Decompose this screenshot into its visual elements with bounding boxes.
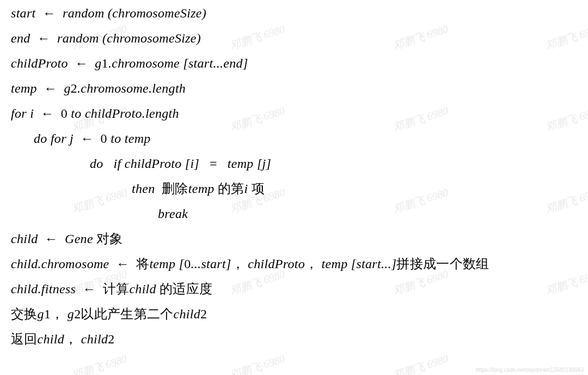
var-child: child	[129, 282, 156, 296]
num-0: 0	[101, 131, 107, 146]
open-paren: (	[108, 6, 112, 20]
code-line-7: do if childProto [i] = temp [j]	[11, 157, 577, 170]
text-return: 返回	[11, 332, 38, 346]
open-bracket: [	[257, 156, 262, 171]
close-bracket: ]	[266, 156, 272, 171]
var-g: g	[38, 307, 44, 321]
close-paren: )	[202, 6, 206, 20]
kw-do-for-j: do for j	[34, 131, 74, 146]
num-0: 0	[184, 257, 191, 271]
kw-to-length: to childProto.length	[71, 106, 179, 120]
code-line-5: for i ← 0 to childProto.length	[11, 107, 577, 120]
arg-chromosomeSize: chromosomeSize	[107, 31, 197, 45]
var-child2: child	[174, 307, 201, 321]
text-of-idx: 的第	[218, 182, 244, 196]
close-bracket: ]	[243, 56, 248, 70]
num-0: 0	[61, 106, 68, 120]
var-g: g	[68, 307, 74, 321]
range-start-end: start...end	[188, 56, 243, 70]
code-line-2: end ← random (chromosomeSize)	[11, 32, 577, 45]
assign-arrow: ←	[42, 6, 56, 20]
num-2: 2	[108, 332, 114, 346]
comma: ，	[51, 307, 64, 321]
var-child2: child	[81, 332, 108, 346]
var-temp: temp	[228, 156, 254, 171]
arg-chromosomeSize: chromosomeSize	[112, 6, 202, 20]
var-start: start	[11, 6, 36, 20]
code-line-10: child ← Gene 对象	[11, 232, 577, 245]
code-line-3: childProto ← g1.chromosome [start...end]	[11, 57, 577, 70]
assign-arrow: ←	[75, 56, 88, 70]
assign-arrow: ←	[83, 282, 96, 296]
var-g: g	[64, 81, 70, 95]
num-2: 2	[74, 307, 81, 321]
var-temp: temp	[188, 182, 215, 196]
code-line-1: start ← random (chromosomeSize)	[11, 7, 577, 20]
text-fitness: 的适应度	[160, 282, 212, 296]
range-to-start: ...start	[191, 257, 226, 271]
code-line-8: then 删除temp 的第i 项	[11, 182, 577, 195]
assign-arrow: ←	[41, 106, 54, 120]
code-line-12: child.fitness ← 计算child 的适应度	[11, 282, 577, 295]
var-child: child	[11, 232, 38, 246]
kw-then: then	[132, 182, 155, 196]
open-bracket: [	[351, 257, 357, 271]
text-concat-prefix: 将	[136, 257, 149, 271]
num-2: 2	[71, 81, 77, 95]
comma: ，	[64, 332, 77, 346]
text-concat-suffix: 拼接成一个数组	[396, 257, 489, 271]
var-temp: temp	[322, 257, 348, 271]
text-produce: 以此产生第二个	[81, 307, 173, 321]
var-j: j	[262, 156, 266, 171]
open-paren: (	[102, 31, 107, 45]
text-swap: 交换	[11, 307, 38, 321]
kw-break: break	[158, 207, 188, 221]
fn-random: random	[57, 31, 99, 45]
code-line-11: child.chromosome ← 将temp [0...start]， ch…	[11, 257, 577, 270]
var-childProto: childProto	[248, 257, 305, 271]
num-2: 2	[200, 307, 207, 321]
num-1: 1	[102, 56, 108, 70]
var-temp: temp	[149, 257, 175, 271]
kw-do: do	[90, 156, 103, 171]
prop-child-fitness: child.fitness	[11, 282, 76, 296]
assign-arrow: ←	[37, 31, 50, 45]
kw-for-i: for i	[11, 106, 34, 120]
code-line-14: 返回child， child2	[11, 332, 577, 346]
comma: ，	[305, 257, 318, 271]
text-delete: 删除	[162, 182, 188, 196]
assign-arrow: ←	[81, 131, 94, 146]
text-compute: 计算	[103, 282, 130, 296]
text-item: 项	[252, 182, 265, 196]
close-bracket: ]	[226, 257, 231, 271]
range-start-dots: start...	[356, 257, 391, 271]
kw-if-childProto: if childProto	[114, 156, 182, 171]
var-temp: temp	[11, 81, 37, 95]
var-g: g	[95, 56, 101, 70]
close-paren: )	[197, 31, 201, 45]
open-bracket: [	[179, 257, 185, 271]
open-bracket: [	[183, 56, 188, 70]
assign-arrow: ←	[116, 257, 129, 271]
close-bracket: ]	[194, 156, 199, 171]
code-line-9: break	[11, 207, 577, 220]
code-line-4: temp ← g2.chromosome.length	[11, 82, 577, 95]
kw-to-temp: to temp	[111, 131, 150, 146]
footer-url: https://blog.csdn.net/daydream1358013004…	[476, 367, 584, 373]
op-equals: =	[210, 156, 217, 171]
code-line-13: 交换g1， g2以此产生第二个child2	[11, 307, 577, 320]
var-i: i	[244, 182, 248, 196]
prop-child-chromosome: child.chromosome	[11, 257, 109, 271]
prop-chromosome: .chromosome	[108, 56, 180, 70]
pseudocode-block: start ← random (chromosomeSize) end ← ra…	[0, 0, 588, 375]
prop-chromosome-length: .chromosome.length	[77, 81, 186, 95]
class-Gene: Gene	[65, 232, 93, 246]
assign-arrow: ←	[44, 81, 57, 95]
fn-random: random	[63, 6, 104, 20]
var-childProto: childProto	[11, 56, 68, 70]
comma: ，	[231, 257, 244, 271]
assign-arrow: ←	[45, 232, 58, 246]
code-line-6: do for j ← 0 to temp	[11, 132, 577, 145]
num-1: 1	[44, 307, 51, 321]
var-child: child	[38, 332, 65, 346]
